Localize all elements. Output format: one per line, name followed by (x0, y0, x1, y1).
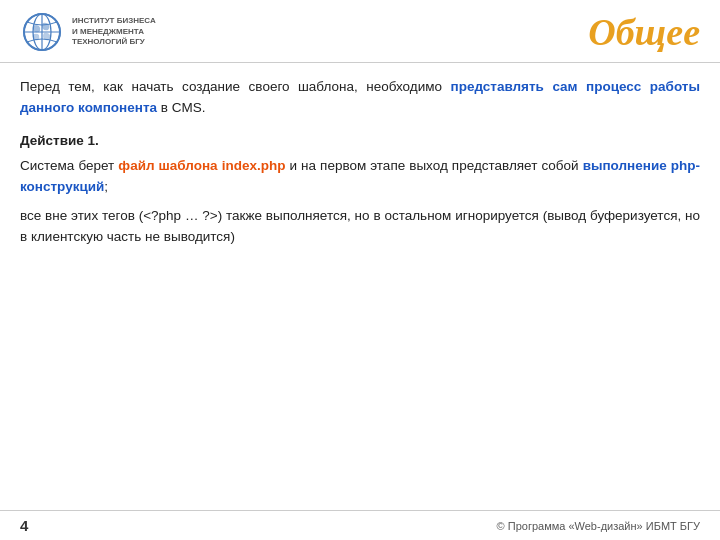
intro-text-after: в CMS. (161, 100, 206, 115)
section1-para2: все вне этих тегов (<?php … ?>) также вы… (20, 206, 700, 248)
footer: 4 © Программа «Web-дизайн» ИБМТ БГУ (0, 510, 720, 540)
para1-before: Система берет (20, 158, 118, 173)
page-number: 4 (20, 517, 28, 534)
logo-area: ИНСТИТУТ БИЗНЕСА И МЕНЕДЖМЕНТА ТЕХНОЛОГИ… (20, 10, 156, 54)
intro-text-before: Перед тем, как начать создание своего ша… (20, 79, 442, 94)
section1-para1: Система берет файл шаблона index.php и н… (20, 156, 700, 198)
globe-icon (20, 10, 64, 54)
para1-end: ; (104, 179, 108, 194)
main-content: Перед тем, как начать создание своего ша… (0, 63, 720, 510)
logo-text: ИНСТИТУТ БИЗНЕСА И МЕНЕДЖМЕНТА ТЕХНОЛОГИ… (72, 16, 156, 47)
section1-heading: Действие 1. (20, 133, 700, 148)
header: ИНСТИТУТ БИЗНЕСА И МЕНЕДЖМЕНТА ТЕХНОЛОГИ… (0, 0, 720, 63)
page-title: Общее (588, 10, 700, 54)
intro-paragraph: Перед тем, как начать создание своего ша… (20, 77, 700, 119)
para1-highlight-orange: файл шаблона index.php (118, 158, 285, 173)
para1-after: и на первом этапе выход представляет соб… (285, 158, 582, 173)
footer-copyright: © Программа «Web-дизайн» ИБМТ БГУ (497, 520, 700, 532)
